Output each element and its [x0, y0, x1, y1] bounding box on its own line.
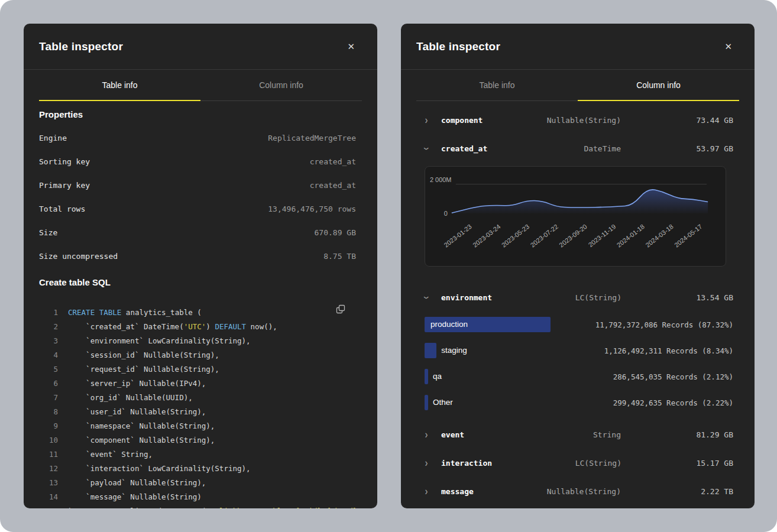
svg-text:0: 0 [444, 210, 448, 217]
property-label: Total rows [39, 205, 85, 213]
close-button[interactable]: ✕ [345, 40, 357, 53]
column-size: 81.29 GB [621, 430, 733, 439]
env-value-records: 299,492,635 Records (2.22%) [613, 398, 733, 407]
copy-sql-button[interactable] [334, 302, 348, 318]
tab-table-info[interactable]: Table info [416, 70, 578, 101]
properties-list: Engine ReplicatedMergeTree Sorting key c… [24, 126, 377, 268]
chevron-right-icon[interactable]: ❯ [425, 488, 441, 495]
svg-text:2023-05-23: 2023-05-23 [500, 223, 531, 249]
column-size: 2.22 TB [621, 487, 733, 496]
column-size: 53.97 GB [621, 144, 733, 153]
sql-code-line: 6 `server_ip` Nullable(IPv4), [24, 377, 377, 391]
sql-code-line: 12 `interaction` LowCardinality(String), [24, 462, 377, 476]
chevron-down-icon[interactable]: ❯ [425, 145, 441, 152]
chevron-right-icon[interactable]: ❯ [425, 117, 441, 124]
property-value: 670.89 GB [315, 228, 356, 237]
env-value-records: 1,126,492,311 Records (8.34%) [604, 346, 733, 355]
svg-text:2024-05-17: 2024-05-17 [673, 223, 704, 249]
column-list: ❯ component Nullable(String) 73.44 GB ❯ … [401, 106, 755, 505]
sql-code-line: 14 `message` Nullable(String) [24, 490, 377, 504]
column-type: LC(String) [492, 459, 621, 468]
sql-code-line: 10 `component` Nullable(String), [24, 433, 377, 447]
sql-code-line: 15) ENGINE = ReplicatedMergeTree('/click… [24, 504, 377, 508]
svg-text:2023-11-19: 2023-11-19 [587, 223, 617, 248]
column-row-component[interactable]: ❯ component Nullable(String) 73.44 GB [401, 106, 755, 134]
env-value-row: staging 1,126,492,311 Records (8.34%) [401, 338, 755, 364]
column-name: message [441, 487, 491, 496]
column-row-environment[interactable]: ❯ environment LC(String) 13.54 GB [401, 283, 755, 312]
env-value-label: qa [433, 369, 442, 384]
chevron-right-icon[interactable]: ❯ [425, 432, 441, 438]
panel-title: Table inspector [39, 40, 123, 53]
close-icon: ✕ [724, 41, 732, 51]
property-label: Sorting key [39, 157, 90, 166]
sql-code-line: 11 `event` String, [24, 447, 377, 462]
sql-code-line: 5 `request_id` Nullable(String), [24, 362, 377, 377]
svg-text:2023-09-20: 2023-09-20 [558, 223, 588, 249]
table-inspector-panel-right: Table inspector ✕ Table info Column info… [401, 24, 755, 508]
column-row-message[interactable]: ❯ message Nullable(String) 2.22 TB [401, 477, 755, 505]
column-size: 15.17 GB [621, 459, 733, 468]
env-value-label: Other [433, 395, 453, 410]
property-value: created_at [310, 181, 356, 190]
svg-text:2 000M: 2 000M [430, 176, 452, 183]
column-name: event [441, 430, 491, 439]
column-type: String [491, 430, 621, 439]
property-row: Primary key created_at [24, 173, 377, 197]
property-value: created_at [310, 157, 356, 166]
close-icon: ✕ [347, 41, 355, 51]
created-at-distribution-chart: 2 000M02023-01-232023-03-242023-05-23202… [425, 166, 726, 267]
svg-text:2023-07-22: 2023-07-22 [529, 223, 559, 249]
env-value-row: qa 286,545,035 Records (2.12%) [401, 364, 755, 390]
property-label: Engine [39, 134, 67, 142]
property-value: 13,496,476,750 rows [268, 205, 356, 213]
panel-header: Table inspector ✕ [401, 24, 755, 70]
sql-code-line: 8 `user_id` Nullable(String), [24, 405, 377, 419]
svg-text:2024-01-18: 2024-01-18 [616, 223, 646, 249]
chevron-down-icon[interactable]: ❯ [425, 294, 441, 301]
copy-icon [336, 304, 345, 314]
sql-code-line: 9 `namespace` Nullable(String), [24, 419, 377, 433]
column-name: component [441, 116, 491, 125]
close-button[interactable]: ✕ [722, 40, 734, 53]
property-label: Primary key [39, 181, 90, 190]
env-value-label: staging [441, 343, 467, 358]
env-value-label: production [430, 317, 468, 332]
created-at-chart-svg: 2 000M02023-01-232023-03-242023-05-23202… [425, 167, 726, 266]
env-value-bar [425, 369, 428, 384]
create-table-sql-heading: Create table SQL [39, 277, 362, 288]
env-value-bar [425, 343, 436, 358]
column-type: LC(String) [492, 293, 621, 302]
property-row: Sorting key created_at [24, 150, 377, 173]
column-type: Nullable(String) [491, 487, 621, 496]
column-row-created-at[interactable]: ❯ created_at DateTime 53.97 GB [401, 134, 755, 163]
tab-column-info[interactable]: Column info [200, 70, 362, 101]
environment-top-values: production 11,792,372,086 Records (87.32… [401, 312, 755, 416]
property-value: ReplicatedMergeTree [268, 134, 356, 142]
column-type: Nullable(String) [491, 116, 621, 125]
env-value-row: Other 299,492,635 Records (2.22%) [401, 390, 755, 416]
env-value-bar [425, 395, 428, 410]
column-name: created_at [441, 144, 491, 153]
sql-code-line: 2 `created_at` DateTime('UTC') DEFAULT n… [24, 320, 377, 334]
sql-code-line: 7 `org_id` Nullable(UUID), [24, 391, 377, 405]
page-background: Table inspector ✕ Table info Column info… [0, 0, 777, 532]
svg-text:2024-03-18: 2024-03-18 [644, 223, 675, 249]
env-value-row: production 11,792,372,086 Records (87.32… [401, 312, 755, 338]
env-value-records: 11,792,372,086 Records (87.32%) [595, 320, 733, 329]
tab-column-info[interactable]: Column info [578, 70, 739, 101]
property-row: Size 670.89 GB [24, 220, 377, 244]
column-size: 13.54 GB [621, 293, 733, 302]
column-name: environment [441, 293, 492, 302]
panel-title: Table inspector [416, 40, 500, 53]
property-label: Size [39, 228, 57, 237]
column-type: DateTime [491, 144, 621, 153]
tab-table-info[interactable]: Table info [39, 70, 200, 101]
tab-bar: Table info Column info [39, 70, 362, 101]
table-inspector-panel-left: Table inspector ✕ Table info Column info… [24, 24, 377, 508]
panel-header: Table inspector ✕ [24, 24, 377, 70]
column-row-interaction[interactable]: ❯ interaction LC(String) 15.17 GB [401, 449, 755, 477]
sql-lines: 1CREATE TABLE analytics_table (2 `create… [24, 306, 377, 508]
chevron-right-icon[interactable]: ❯ [425, 460, 441, 466]
column-row-event[interactable]: ❯ event String 81.29 GB [401, 420, 755, 449]
